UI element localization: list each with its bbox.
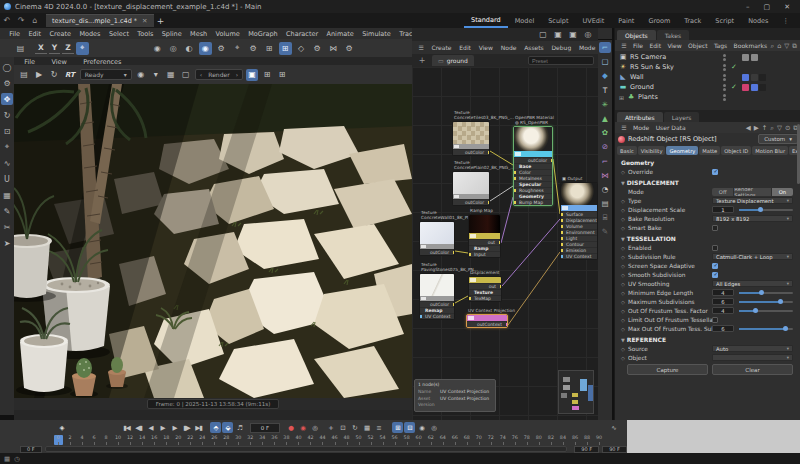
object-tag-icon[interactable]	[742, 54, 749, 61]
animation-dot-icon[interactable]: ◇	[621, 263, 628, 269]
selection-settings-icon[interactable]: ⚙	[1, 77, 13, 89]
clock-status-icon[interactable]: ◷	[14, 455, 20, 463]
capture-button[interactable]: Capture	[627, 364, 708, 375]
animation-dot-icon[interactable]: ◇	[621, 326, 628, 332]
snap-mode-icon[interactable]: ⊟	[404, 422, 415, 433]
visibility-dots[interactable]	[723, 74, 726, 81]
axis-settings-icon[interactable]: ⚙	[343, 42, 356, 55]
goto-end-icon[interactable]: ▶▮	[193, 422, 204, 433]
burger-icon[interactable]: ☰	[618, 124, 630, 131]
next-frame-icon[interactable]: ▶	[169, 422, 180, 433]
animation-dot-icon[interactable]: ◇	[621, 308, 628, 314]
live-selection-icon[interactable]: ◯	[1, 61, 13, 73]
quantize-icon[interactable]: ⊞	[279, 42, 292, 55]
attributes-menu-mode[interactable]: Mode	[630, 124, 653, 131]
object-tag-icon[interactable]	[751, 84, 758, 91]
mode-option-off[interactable]: Off	[712, 188, 733, 196]
aov-caret-icon[interactable]: ▾	[150, 69, 162, 81]
volume-icon[interactable]: ◆	[599, 70, 611, 81]
slider-maximum-subdivisions[interactable]	[739, 301, 793, 303]
visibility-dots[interactable]	[723, 54, 726, 61]
disabled-b-icon[interactable]: ⚙	[311, 42, 324, 55]
interactive-render-icon[interactable]: ◉	[199, 42, 212, 55]
node-ramp-port-input[interactable]	[469, 253, 471, 256]
morph-icon[interactable]: ⋈	[599, 170, 611, 181]
text-icon[interactable]: T	[599, 85, 611, 96]
node-tex1[interactable]: TextureConcreteTiles03_8K_PNG_...outColo…	[452, 111, 490, 156]
goto-start-icon[interactable]: ▮◀	[121, 422, 132, 433]
menu-character[interactable]: Character	[282, 30, 322, 38]
node-menu-node[interactable]: Node	[497, 44, 519, 51]
character-icon[interactable]: ⌖	[231, 42, 244, 55]
preset-dropdown[interactable]: Custom ▾	[758, 134, 798, 144]
current-frame-field[interactable]: 0 F	[250, 423, 280, 433]
render-view-icon[interactable]: ◉	[151, 42, 164, 55]
animation-dot-icon[interactable]: ◇	[621, 245, 628, 251]
range-start-field[interactable]: 0 F	[20, 446, 42, 453]
dropdown-object[interactable]: ▾	[712, 354, 793, 362]
layout-tab-track[interactable]: Track	[677, 15, 708, 27]
slider-max-out-of-frustum-tess-subdivs[interactable]	[739, 328, 793, 330]
dropdown-source[interactable]: Auto▾	[712, 345, 793, 353]
up-icon[interactable]: ↑	[762, 124, 767, 132]
section-tessellation[interactable]: ▼TESSELLATION	[615, 232, 800, 243]
slider-knob[interactable]	[778, 299, 783, 304]
camera-tag-icon[interactable]: ▤	[599, 198, 611, 209]
menu-file[interactable]: File	[5, 30, 24, 38]
value-out-of-frustum-tess-factor[interactable]: 4	[712, 307, 734, 315]
slider-displacement-scale[interactable]	[739, 209, 793, 211]
chip-matte[interactable]: Matte	[699, 146, 720, 155]
split-view-icon[interactable]: ▣	[567, 29, 579, 41]
ik-chain-icon[interactable]: ⌐	[599, 156, 611, 167]
chip-basic[interactable]: Basic	[617, 146, 637, 155]
tab-takes[interactable]: Takes	[657, 30, 689, 40]
render-view-menu-file[interactable]: File	[20, 58, 39, 65]
node-ramp[interactable]: Ramp MapoutRampInput	[468, 209, 501, 258]
grid-snap-icon[interactable]: ⊞	[263, 42, 276, 55]
range-end-field[interactable]: 90 F	[574, 446, 599, 453]
menu-mesh[interactable]: Mesh	[186, 30, 212, 38]
dropdown-uv-smoothing[interactable]: All Edges▾	[712, 280, 793, 288]
restart-render-icon[interactable]: ↻	[48, 69, 60, 81]
pencil-icon[interactable]: ✎	[599, 226, 611, 237]
out-port[interactable]	[506, 323, 508, 326]
node-menu-assets[interactable]: Assets	[521, 44, 547, 51]
prev-key-icon[interactable]: ◀▮	[133, 422, 144, 433]
object-row-rs-sun-sky[interactable]: ☀RS Sun & Sky✓	[615, 62, 800, 72]
menu-modes[interactable]: Modes	[75, 30, 104, 38]
object-tag-icon[interactable]	[759, 84, 766, 91]
layout-tab-script[interactable]: Script	[708, 15, 741, 27]
home-icon[interactable]: ⌂	[777, 42, 781, 50]
animation-dot-icon[interactable]: ◇	[621, 281, 628, 287]
layout-tab-paint[interactable]: Paint	[611, 15, 641, 27]
animation-dot-icon[interactable]: ◇	[621, 216, 628, 222]
snap-keys-icon[interactable]: ⊞	[392, 422, 403, 433]
clear-button[interactable]: Clear	[712, 364, 793, 375]
plain-effector-icon[interactable]: ▢	[599, 56, 611, 67]
projector-icon[interactable]: ⌸	[599, 212, 611, 223]
axis-modify-icon[interactable]: ⋈	[327, 42, 340, 55]
objects-menu-view[interactable]: View	[664, 42, 685, 49]
node-tex2[interactable]: TextureConcretePlain02_8K_PNG_...outColo…	[452, 161, 490, 206]
brush-tool-icon[interactable]: ➤	[1, 237, 13, 249]
render-nav-right[interactable]: ›	[236, 71, 238, 78]
render-nav-left[interactable]: ‹	[200, 71, 202, 78]
rotate-tool-icon[interactable]: ↻	[1, 109, 13, 121]
menu-create[interactable]: Create	[45, 30, 75, 38]
animation-dot-icon[interactable]: ◇	[621, 299, 628, 305]
animation-dot-icon[interactable]: ◇	[621, 198, 628, 204]
mode-option-render-settings[interactable]: Render Settings	[734, 188, 770, 196]
menu-edit[interactable]: Edit	[24, 30, 45, 38]
checkbox-override[interactable]	[712, 169, 718, 175]
snap-tool-icon[interactable]: ∿	[1, 157, 13, 169]
start-render-icon[interactable]: ▶	[33, 69, 45, 81]
layout-tab-model[interactable]: Model	[508, 15, 542, 27]
keyframe-selection-icon[interactable]: ◎	[309, 422, 320, 433]
search-icon[interactable]: ⌕	[770, 124, 774, 132]
menu-mograph[interactable]: MoGraph	[244, 30, 282, 38]
slider-knob[interactable]	[753, 308, 758, 313]
minimize-button[interactable]: –	[746, 3, 750, 11]
prev-frame-icon[interactable]: ◀	[145, 422, 156, 433]
material-tab[interactable]: ▭ ground	[432, 55, 474, 66]
out-port[interactable]	[488, 201, 490, 204]
